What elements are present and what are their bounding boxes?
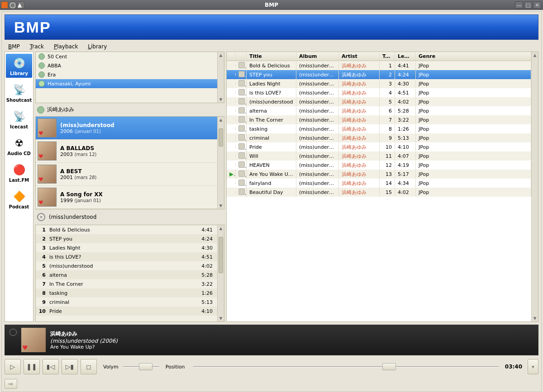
cell-track: 6 <box>380 107 395 115</box>
album-track-row[interactable]: 5 (miss)understood 4:02 <box>36 261 217 270</box>
cell-track: 3 <box>380 80 395 88</box>
col-album[interactable]: Album <box>296 52 339 61</box>
track-name: Bold & Delicious <box>49 227 201 233</box>
scrollbar[interactable]: ▲▼ <box>531 52 538 321</box>
table-row[interactable]: Will (miss)understood 浜崎あゆみ 11 4:07 JPop <box>227 151 531 161</box>
track-number: 2 <box>38 236 49 242</box>
table-row[interactable]: STEP you (miss)understood 浜崎あゆみ 2 4:24 J… <box>227 70 531 79</box>
podcast-icon: 🔶 <box>12 189 26 203</box>
cell-length: 4:24 <box>395 71 416 79</box>
track-name: tasking <box>49 290 201 296</box>
artist-row[interactable]: Era <box>36 70 217 79</box>
cell-title: Beautiful Day <box>247 188 296 197</box>
album-row[interactable]: A BALLADS 2003 (mars 12) <box>36 140 217 163</box>
artist-row[interactable]: Hamasaki, Ayumi <box>36 79 217 88</box>
cell-artist: 浜崎あゆみ <box>339 61 380 71</box>
cell-album: (miss)understood <box>296 71 339 79</box>
table-row[interactable]: Beautiful Day (miss)understood 浜崎あゆみ 15 … <box>227 188 531 197</box>
table-row[interactable]: fairyland (miss)understood 浜崎あゆみ 14 4:34… <box>227 179 531 188</box>
menu-playback[interactable]: Playback <box>54 43 78 50</box>
position-slider[interactable] <box>193 364 499 369</box>
sidebar-item-audiocd[interactable]: ☢Audio CD <box>6 134 32 158</box>
stop-button[interactable]: ◻ <box>81 359 97 374</box>
table-row[interactable]: ▶ Are You Wake Up? (miss)understood 浜崎あゆ… <box>227 170 531 179</box>
table-row[interactable]: HEAVEN (miss)understood 浜崎あゆみ 12 4:19 JP… <box>227 161 531 170</box>
album-row[interactable]: A BEST 2001 (mars 28) <box>36 163 217 186</box>
cell-genre: JPop <box>416 107 531 115</box>
menu-track[interactable]: Track <box>30 43 44 50</box>
track-length: 4:02 <box>201 263 213 269</box>
table-row[interactable]: In The Corner (miss)understood 浜崎あゆみ 7 3… <box>227 115 531 124</box>
sidebar-item-shoutcast[interactable]: 📡Shoutcast <box>6 80 32 104</box>
artist-name: Era <box>48 72 56 78</box>
pause-button[interactable]: ❚❚ <box>24 359 40 374</box>
col-track[interactable]: Track <box>380 52 395 61</box>
track-length: 1:26 <box>201 290 213 296</box>
minimize-button[interactable]: — <box>515 1 523 9</box>
album-track-row[interactable]: 3 Ladies Night 4:30 <box>36 243 217 252</box>
cell-genre: JPop <box>416 61 531 70</box>
expand-button[interactable]: ⇨ <box>5 379 17 389</box>
table-row[interactable]: (miss)understood (miss)understood 浜崎あゆみ … <box>227 97 531 106</box>
album-track-row[interactable]: 6 alterna 5:28 <box>36 270 217 279</box>
album-track-row[interactable]: 1 Bold & Delicious 4:41 <box>36 225 217 234</box>
album-track-row[interactable]: 8 tasking 1:26 <box>36 288 217 298</box>
artist-row[interactable]: ABBA <box>36 61 217 70</box>
sidebar-item-library[interactable]: 💿Library <box>6 54 32 78</box>
person-icon <box>38 71 45 78</box>
person-icon <box>37 106 44 113</box>
album-track-row[interactable]: 10 Pride 4:10 <box>36 307 217 316</box>
prev-button[interactable]: ▮◁ <box>43 359 59 374</box>
table-row[interactable]: Ladies Night (miss)understood 浜崎あゆみ 3 4:… <box>227 79 531 88</box>
scrollbar[interactable]: ▲▼ <box>217 117 224 209</box>
cell-track: 4 <box>380 89 395 97</box>
cell-artist: 浜崎あゆみ <box>339 106 380 116</box>
playing-indicator <box>227 118 236 121</box>
col-genre[interactable]: Genre <box>416 52 531 61</box>
menu-library[interactable]: Library <box>88 43 107 50</box>
cell-album: (miss)understood <box>296 134 339 142</box>
cell-genre: JPop <box>416 170 531 179</box>
album-row[interactable]: (miss)understood 2006 (januari 01) <box>36 117 217 140</box>
table-row[interactable]: Bold & Delicious (miss)understood 浜崎あゆみ … <box>227 61 531 70</box>
scrollbar[interactable]: ▲▼ <box>217 52 224 103</box>
track-length: 3:22 <box>201 281 213 287</box>
album-year: 2001 (mars 28) <box>60 175 96 180</box>
next-button[interactable]: ▷▮ <box>62 359 78 374</box>
table-row[interactable]: Pride (miss)understood 浜崎あゆみ 10 4:10 JPo… <box>227 142 531 151</box>
col-title[interactable]: Title <box>247 52 296 61</box>
cell-album: (miss)understood <box>296 170 339 179</box>
play-button[interactable]: ▷ <box>5 359 21 374</box>
album-track-row[interactable]: 2 STEP you 4:24 <box>36 234 217 243</box>
sidebar-item-podcast[interactable]: 🔶Podcast <box>6 187 32 211</box>
album-track-row[interactable]: 9 criminal 5:13 <box>36 298 217 307</box>
col-length[interactable]: Length <box>395 52 416 61</box>
cell-album: (miss)understood <box>296 152 339 161</box>
maximize-button[interactable]: ▢ <box>524 1 532 9</box>
table-row[interactable]: is this LOVE? (miss)understood 浜崎あゆみ 4 4… <box>227 88 531 97</box>
sidebar-item-icecast[interactable]: 📡Icecast <box>6 107 32 131</box>
cell-track: 14 <box>380 179 395 188</box>
sidebar-item-lastfm[interactable]: 🔴Last.FM <box>6 161 32 184</box>
table-row[interactable]: tasking (miss)understood 浜崎あゆみ 8 1:26 JP… <box>227 124 531 133</box>
cell-artist: 浜崎あゆみ <box>339 142 380 152</box>
playing-indicator <box>227 109 236 112</box>
titlebar-btn-2[interactable]: ▲ <box>17 1 24 9</box>
track-number: 6 <box>38 272 49 278</box>
titlebar-btn-1[interactable]: ◯ <box>9 1 16 9</box>
volume-slider[interactable] <box>123 364 159 369</box>
artist-row[interactable]: 50 Cent <box>36 52 217 61</box>
shoutcast-icon: 📡 <box>12 82 26 97</box>
close-button[interactable]: ✕ <box>533 1 541 9</box>
album-track-row[interactable]: 4 is this LOVE? 4:51 <box>36 252 217 261</box>
options-menu-button[interactable]: ▾ <box>528 359 538 374</box>
cell-title: fairyland <box>247 179 296 188</box>
table-row[interactable]: criminal (miss)understood 浜崎あゆみ 9 5:13 J… <box>227 133 531 142</box>
album-row[interactable]: A Song for XX 1999 (januari 01) <box>36 186 217 209</box>
menu-bmp[interactable]: BMP <box>8 43 20 50</box>
album-track-row[interactable]: 7 In The Corner 3:22 <box>36 279 217 288</box>
table-row[interactable]: alterna (miss)understood 浜崎あゆみ 6 5:28 JP… <box>227 106 531 115</box>
col-artist[interactable]: Artist <box>339 52 380 61</box>
cell-artist: 浜崎あゆみ <box>339 188 380 197</box>
scrollbar[interactable]: ▲▼ <box>217 225 224 321</box>
